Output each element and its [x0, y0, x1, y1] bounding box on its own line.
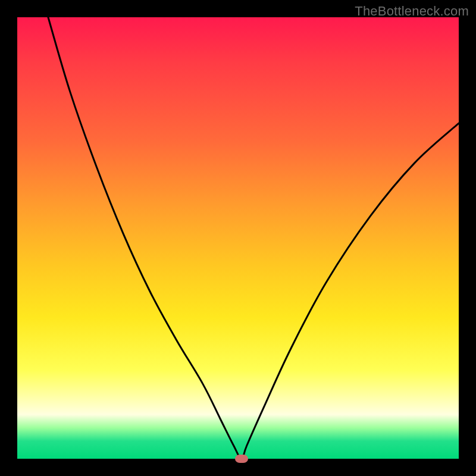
plot-area [17, 17, 459, 459]
chart-frame: TheBottleneck.com [0, 0, 476, 476]
bottleneck-curve [17, 17, 459, 459]
optimal-point-marker [235, 455, 248, 463]
